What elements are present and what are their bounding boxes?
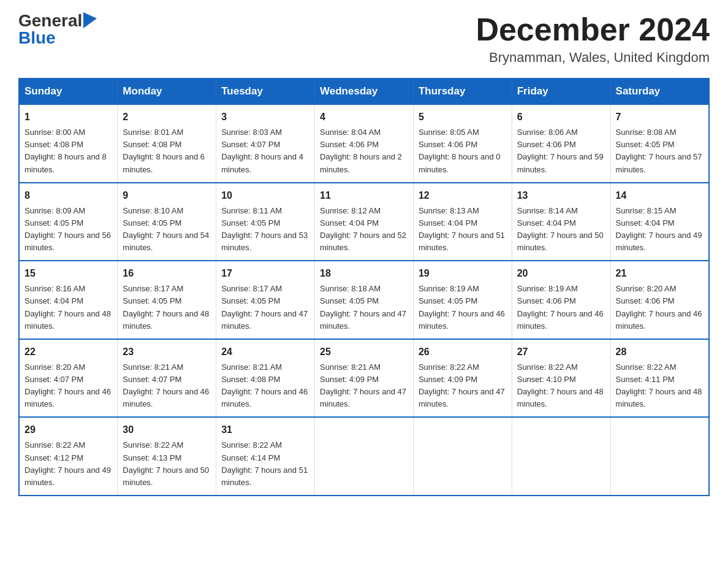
day-info: Sunrise: 8:16 AM Sunset: 4:04 PM Dayligh… [25,283,112,332]
table-row: 30 Sunrise: 8:22 AM Sunset: 4:13 PM Dayl… [118,417,216,496]
table-row: 5 Sunrise: 8:05 AM Sunset: 4:06 PM Dayli… [413,104,512,183]
day-number: 10 [221,188,309,203]
day-number: 13 [517,188,605,203]
day-info: Sunrise: 8:08 AM Sunset: 4:05 PM Dayligh… [616,126,703,176]
day-number: 16 [123,266,211,281]
day-info: Sunrise: 8:01 AM Sunset: 4:08 PM Dayligh… [123,126,211,176]
day-number: 23 [123,345,211,359]
col-tuesday: Tuesday [216,79,315,104]
table-row: 27 Sunrise: 8:22 AM Sunset: 4:10 PM Dayl… [512,339,610,418]
day-info: Sunrise: 8:21 AM Sunset: 4:09 PM Dayligh… [320,361,408,411]
calendar-week-row: 1 Sunrise: 8:00 AM Sunset: 4:08 PM Dayli… [19,104,709,183]
day-number: 9 [123,188,211,203]
calendar-table: Sunday Monday Tuesday Wednesday Thursday… [18,78,710,496]
title-section: December 2024 Brynamman, Wales, United K… [476,12,710,66]
calendar-week-row: 29 Sunrise: 8:22 AM Sunset: 4:12 PM Dayl… [19,417,709,496]
day-info: Sunrise: 8:00 AM Sunset: 4:08 PM Dayligh… [25,126,112,176]
day-number: 1 [25,110,112,124]
day-info: Sunrise: 8:17 AM Sunset: 4:05 PM Dayligh… [123,283,211,332]
table-row [610,417,709,496]
day-info: Sunrise: 8:13 AM Sunset: 4:04 PM Dayligh… [419,205,507,255]
table-row: 21 Sunrise: 8:20 AM Sunset: 4:06 PM Dayl… [610,261,709,339]
day-number: 15 [25,266,112,281]
day-number: 18 [320,266,408,281]
day-number: 22 [25,345,112,359]
table-row: 31 Sunrise: 8:22 AM Sunset: 4:14 PM Dayl… [216,417,315,496]
day-number: 25 [320,345,408,359]
col-thursday: Thursday [413,79,512,104]
table-row: 16 Sunrise: 8:17 AM Sunset: 4:05 PM Dayl… [118,261,216,339]
day-info: Sunrise: 8:20 AM Sunset: 4:06 PM Dayligh… [616,283,703,332]
table-row: 2 Sunrise: 8:01 AM Sunset: 4:08 PM Dayli… [118,104,216,183]
col-sunday: Sunday [19,79,118,104]
month-title: December 2024 [476,12,710,47]
page-header: General Blue December 2024 Brynamman, Wa… [18,12,710,66]
calendar-week-row: 15 Sunrise: 8:16 AM Sunset: 4:04 PM Dayl… [19,261,709,339]
calendar-week-row: 22 Sunrise: 8:20 AM Sunset: 4:07 PM Dayl… [19,339,709,418]
day-number: 8 [25,188,112,203]
table-row: 19 Sunrise: 8:19 AM Sunset: 4:05 PM Dayl… [413,261,512,339]
logo-general-text: General [18,12,82,29]
table-row: 23 Sunrise: 8:21 AM Sunset: 4:07 PM Dayl… [118,339,216,418]
day-info: Sunrise: 8:11 AM Sunset: 4:05 PM Dayligh… [221,205,309,255]
day-info: Sunrise: 8:21 AM Sunset: 4:07 PM Dayligh… [123,361,211,411]
day-info: Sunrise: 8:22 AM Sunset: 4:13 PM Dayligh… [123,439,211,489]
calendar-header-row: Sunday Monday Tuesday Wednesday Thursday… [19,79,709,104]
col-saturday: Saturday [610,79,709,104]
day-info: Sunrise: 8:18 AM Sunset: 4:05 PM Dayligh… [320,283,408,332]
table-row: 15 Sunrise: 8:16 AM Sunset: 4:04 PM Dayl… [19,261,118,339]
day-number: 3 [221,110,309,124]
table-row: 26 Sunrise: 8:22 AM Sunset: 4:09 PM Dayl… [413,339,512,418]
table-row: 4 Sunrise: 8:04 AM Sunset: 4:06 PM Dayli… [315,104,414,183]
table-row: 22 Sunrise: 8:20 AM Sunset: 4:07 PM Dayl… [19,339,118,418]
day-number: 4 [320,110,408,124]
table-row: 18 Sunrise: 8:18 AM Sunset: 4:05 PM Dayl… [315,261,414,339]
table-row: 24 Sunrise: 8:21 AM Sunset: 4:08 PM Dayl… [216,339,315,418]
col-monday: Monday [118,79,216,104]
table-row: 20 Sunrise: 8:19 AM Sunset: 4:06 PM Dayl… [512,261,610,339]
day-number: 21 [616,266,703,281]
table-row: 13 Sunrise: 8:14 AM Sunset: 4:04 PM Dayl… [512,183,610,261]
day-number: 31 [221,423,309,437]
day-info: Sunrise: 8:20 AM Sunset: 4:07 PM Dayligh… [25,361,112,411]
day-number: 30 [123,423,211,437]
table-row: 14 Sunrise: 8:15 AM Sunset: 4:04 PM Dayl… [610,183,709,261]
table-row [413,417,512,496]
table-row: 6 Sunrise: 8:06 AM Sunset: 4:06 PM Dayli… [512,104,610,183]
table-row: 1 Sunrise: 8:00 AM Sunset: 4:08 PM Dayli… [19,104,118,183]
day-number: 20 [517,266,605,281]
day-info: Sunrise: 8:22 AM Sunset: 4:12 PM Dayligh… [25,439,112,489]
day-number: 29 [25,423,112,437]
day-number: 2 [123,110,211,124]
day-number: 17 [221,266,309,281]
day-info: Sunrise: 8:17 AM Sunset: 4:05 PM Dayligh… [221,283,309,332]
day-number: 28 [616,345,703,359]
day-number: 11 [320,188,408,203]
day-number: 6 [517,110,605,124]
day-info: Sunrise: 8:22 AM Sunset: 4:11 PM Dayligh… [616,361,703,411]
day-info: Sunrise: 8:10 AM Sunset: 4:05 PM Dayligh… [123,205,211,255]
day-number: 26 [419,345,507,359]
day-info: Sunrise: 8:15 AM Sunset: 4:04 PM Dayligh… [616,205,703,255]
day-info: Sunrise: 8:12 AM Sunset: 4:04 PM Dayligh… [320,205,408,255]
logo: General Blue [18,12,97,47]
table-row: 12 Sunrise: 8:13 AM Sunset: 4:04 PM Dayl… [413,183,512,261]
table-row [512,417,610,496]
table-row: 3 Sunrise: 8:03 AM Sunset: 4:07 PM Dayli… [216,104,315,183]
table-row: 8 Sunrise: 8:09 AM Sunset: 4:05 PM Dayli… [19,183,118,261]
day-info: Sunrise: 8:21 AM Sunset: 4:08 PM Dayligh… [221,361,309,411]
day-info: Sunrise: 8:04 AM Sunset: 4:06 PM Dayligh… [320,126,408,176]
logo-blue-text: Blue [18,29,56,47]
table-row: 10 Sunrise: 8:11 AM Sunset: 4:05 PM Dayl… [216,183,315,261]
col-wednesday: Wednesday [315,79,414,104]
day-number: 19 [419,266,507,281]
table-row: 28 Sunrise: 8:22 AM Sunset: 4:11 PM Dayl… [610,339,709,418]
col-friday: Friday [512,79,610,104]
table-row: 25 Sunrise: 8:21 AM Sunset: 4:09 PM Dayl… [315,339,414,418]
day-info: Sunrise: 8:06 AM Sunset: 4:06 PM Dayligh… [517,126,605,176]
day-info: Sunrise: 8:09 AM Sunset: 4:05 PM Dayligh… [25,205,112,255]
day-info: Sunrise: 8:19 AM Sunset: 4:06 PM Dayligh… [517,283,605,332]
table-row: 29 Sunrise: 8:22 AM Sunset: 4:12 PM Dayl… [19,417,118,496]
location: Brynamman, Wales, United Kingdom [476,50,710,66]
day-info: Sunrise: 8:14 AM Sunset: 4:04 PM Dayligh… [517,205,605,255]
